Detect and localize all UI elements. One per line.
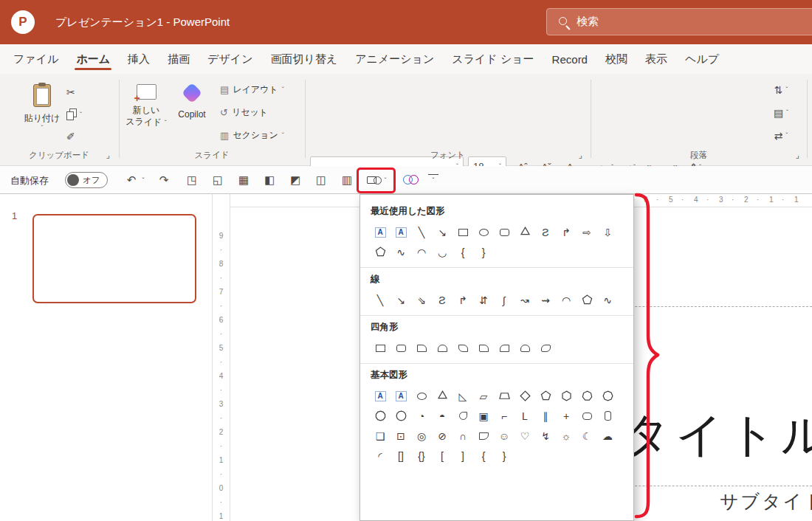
tab-slideshow[interactable]: スライド ショー (443, 44, 543, 74)
tab-review[interactable]: 校閲 (596, 44, 636, 74)
subtitle-placeholder-text[interactable]: サブタイトルを入力 (720, 489, 812, 514)
octagon-icon[interactable] (598, 387, 617, 405)
decagon-icon[interactable] (371, 407, 390, 425)
trapezoid-icon[interactable] (495, 387, 514, 405)
curved-arrow-connector-icon[interactable]: ↝ (515, 291, 534, 309)
left-bracket-icon[interactable]: [ (433, 446, 452, 465)
line-double-arrow-icon[interactable]: ⇘ (412, 291, 431, 309)
elbow-arrow-connector-icon[interactable]: ↱ (557, 223, 576, 241)
left-brace-icon[interactable]: { (453, 243, 472, 261)
moon-icon[interactable]: ☾ (577, 427, 596, 445)
new-slide-button[interactable]: 新しい スライド ˇ (124, 80, 168, 151)
freeform-shape-icon[interactable] (577, 291, 596, 309)
curve-icon[interactable]: ◠ (557, 291, 576, 309)
rectangle-icon[interactable] (371, 339, 390, 357)
cloud-icon[interactable]: ☁ (598, 427, 617, 445)
vertical-textbox-icon[interactable]: A (391, 387, 410, 405)
right-bracket-icon[interactable]: ] (453, 446, 472, 465)
sun-icon[interactable]: ☼ (557, 427, 576, 445)
double-brace-icon[interactable]: {} (412, 446, 431, 465)
autosave-toggle[interactable]: オフ (65, 172, 108, 188)
block-arc-icon[interactable]: ∩ (453, 427, 472, 445)
cut-button[interactable]: ✂ (66, 81, 100, 103)
curve-icon[interactable]: ◡ (433, 243, 452, 261)
can-icon[interactable] (598, 407, 617, 425)
arc-icon[interactable]: ◠ (412, 243, 431, 261)
layout-button[interactable]: ▤レイアウトˇ (220, 78, 303, 101)
heart-icon[interactable]: ♡ (515, 427, 534, 445)
pie-icon[interactable]: ◔ (412, 407, 431, 425)
undo-button[interactable]: ↶ (123, 171, 140, 189)
parallelogram-icon[interactable]: ▱ (474, 387, 493, 405)
paragraph-dialog-launcher[interactable]: ⌟ (796, 151, 799, 160)
oval-icon[interactable] (474, 223, 493, 241)
line-icon[interactable]: ╲ (371, 291, 390, 309)
isosceles-triangle-icon[interactable] (433, 387, 452, 405)
round-single-corner-rectangle-icon[interactable] (495, 339, 514, 357)
paste-button[interactable]: 貼り付け ˇ (21, 80, 63, 148)
tab-help[interactable]: ヘルプ (676, 44, 728, 74)
right-brace-icon[interactable]: } (474, 243, 493, 261)
title-placeholder-text[interactable]: タイトルを入力 (622, 403, 812, 467)
l-shape-icon[interactable]: L (515, 407, 534, 425)
elbow-double-arrow-connector-icon[interactable]: ⇵ (474, 291, 493, 309)
half-frame-icon[interactable]: ⌐ (495, 407, 514, 425)
freeform-shape-icon[interactable] (371, 243, 390, 261)
vertical-textbox-icon[interactable]: A (391, 223, 410, 241)
tab-view[interactable]: 表示 (636, 44, 676, 74)
snip-diagonal-corner-rectangle-icon[interactable] (453, 339, 472, 357)
send-backward-button[interactable]: ◱ (209, 171, 227, 189)
cross-icon[interactable]: + (557, 407, 576, 425)
frame-icon[interactable]: ▣ (474, 407, 493, 425)
elbow-arrow-connector-icon[interactable]: ↱ (453, 291, 472, 309)
tab-design[interactable]: デザイン (199, 44, 261, 74)
smiley-face-icon[interactable]: ☺ (495, 427, 514, 445)
snip-single-corner-rectangle-icon[interactable] (412, 339, 431, 357)
slide-thumbnail[interactable] (32, 214, 196, 303)
convert-to-smartart-button[interactable]: ⇄ˇ (760, 124, 802, 147)
double-bracket-icon[interactable]: [] (391, 446, 410, 465)
tab-draw[interactable]: 描画 (159, 44, 199, 74)
diagonal-stripe-icon[interactable]: ∥ (536, 407, 555, 425)
horizontal-textbox-icon[interactable]: A (371, 223, 390, 241)
isosceles-triangle-icon[interactable] (515, 223, 534, 241)
left-brace-icon[interactable]: { (474, 446, 493, 465)
insert-chart-button[interactable]: ▦ (235, 171, 252, 189)
tab-record[interactable]: Record (543, 44, 596, 74)
freeform-scribble-icon[interactable]: ∿ (391, 243, 410, 261)
round-diagonal-corner-rectangle-icon[interactable] (536, 339, 555, 357)
distribute-horizontal-button[interactable]: ◫ (312, 171, 330, 189)
redo-button[interactable]: ↷ (155, 171, 173, 189)
folded-corner-icon[interactable] (474, 427, 493, 445)
right-arrow-icon[interactable]: ⇨ (577, 223, 596, 241)
align-text-button[interactable]: ▤ˇ (760, 101, 802, 124)
pentagon-icon[interactable] (536, 387, 555, 405)
merge-shapes-button[interactable] (403, 175, 421, 185)
line-icon[interactable]: ╲ (412, 223, 431, 241)
customize-qat-button[interactable]: ˇ (428, 174, 438, 184)
snip-and-round-single-corner-rectangle-icon[interactable] (474, 339, 493, 357)
bring-forward-button[interactable]: ◳ (183, 171, 201, 189)
round-same-side-corner-rectangle-icon[interactable] (515, 339, 534, 357)
shapes-button[interactable]: ˇ (361, 170, 392, 190)
line-arrow-icon[interactable]: ↘ (433, 223, 452, 241)
distribute-vertical-button[interactable]: ▥ (338, 171, 356, 189)
curved-double-arrow-connector-icon[interactable]: ⇝ (536, 291, 555, 309)
arc-icon[interactable]: ◜ (371, 446, 390, 465)
hexagon-icon[interactable] (557, 387, 576, 405)
elbow-connector-icon[interactable]: Ƨ (433, 291, 452, 309)
tab-home[interactable]: ホーム (67, 44, 119, 74)
copilot-button[interactable]: Copilot (172, 80, 212, 151)
rectangle-icon[interactable] (453, 223, 472, 241)
copy-button[interactable]: ˇ (66, 103, 100, 125)
tab-insert[interactable]: 挿入 (119, 44, 159, 74)
align-left-objects-button[interactable]: ◧ (261, 171, 278, 189)
format-painter-button[interactable]: ✐ (66, 125, 100, 148)
bevel-icon[interactable]: ⊡ (391, 427, 410, 445)
plaque-icon[interactable] (577, 407, 596, 425)
tab-transitions[interactable]: 画面切り替え (262, 44, 347, 74)
dodecagon-icon[interactable] (391, 407, 410, 425)
teardrop-icon[interactable] (453, 407, 472, 425)
rounded-rectangle-icon[interactable] (391, 339, 410, 357)
tab-animations[interactable]: アニメーション (346, 44, 443, 74)
